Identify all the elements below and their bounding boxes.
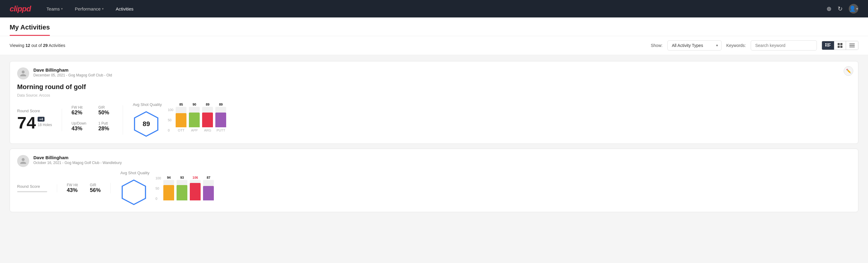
nav-item-performance[interactable]: Performance ▾ (74, 0, 105, 18)
shot-quality-chart: 100 50 0 85 OTT (168, 108, 226, 132)
navbar: clippd Teams ▾ Performance ▾ Activities … (0, 0, 868, 18)
avatar-1 (17, 67, 29, 80)
view-toggles (822, 41, 858, 50)
activity-card-2: Dave Billingham October 16, 2021 - Gog M… (10, 149, 858, 212)
svg-rect-3 (825, 45, 827, 46)
keywords-label: Keywords: (726, 43, 746, 48)
svg-marker-14 (122, 180, 146, 205)
round-score-section: Round Score 74 +4 18 Holes (17, 109, 62, 131)
svg-rect-10 (849, 43, 855, 44)
account-icon: 👤 (849, 5, 856, 12)
view-list-detail-button[interactable] (822, 41, 834, 50)
view-list-simple-button[interactable] (846, 41, 858, 50)
filter-bar: Viewing 12 out of 29 Activities Show: Al… (0, 36, 868, 55)
chevron-down-icon: ▾ (61, 7, 63, 11)
activity-type-select[interactable]: All Activity Types (668, 40, 721, 51)
card-header-2: Dave Billingham October 16, 2021 - Gog M… (17, 155, 851, 167)
bar-ott: 85 OTT (176, 103, 186, 132)
card-date-2: October 16, 2021 - Gog Magog Golf Club -… (33, 161, 122, 165)
stat-gir: GIR 50% (98, 105, 113, 116)
nav-item-activities[interactable]: Activities (115, 0, 135, 18)
refresh-icon[interactable]: ↻ (838, 5, 843, 12)
account-avatar[interactable]: 👤 ▾ (849, 4, 858, 13)
show-label: Show: (651, 43, 662, 48)
quality-score: 89 (143, 120, 150, 128)
search-input[interactable] (751, 40, 817, 51)
view-grid-button[interactable] (834, 41, 846, 50)
score-badge: +4 (38, 117, 44, 122)
score-value: 74 (17, 114, 36, 131)
svg-rect-8 (838, 46, 840, 48)
nav-item-teams[interactable]: Teams ▾ (45, 0, 64, 18)
quality-hexagon-2 (120, 179, 147, 206)
bar-putt-2: 87 (203, 176, 214, 200)
activity-type-select-wrapper: All Activity Types ▾ (668, 40, 721, 51)
avatar-2 (17, 155, 29, 167)
quality-hexagon: 89 (133, 111, 160, 138)
svg-rect-4 (827, 45, 831, 46)
bar-ott-2: 94 (163, 176, 174, 200)
card-date-1: December 05, 2021 - Gog Magog Golf Club … (33, 73, 112, 77)
svg-rect-12 (849, 47, 855, 47)
score-holes: 18 Holes (38, 123, 52, 127)
stat-1putt: 1 Putt 28% (98, 121, 113, 135)
stat-fw-hit-2: FW Hit 43% (67, 183, 78, 194)
stats-section-2: FW Hit 43% GIR 56% (57, 183, 111, 194)
logo[interactable]: clippd (10, 4, 31, 13)
bar-app-2: 93 (177, 176, 187, 200)
svg-rect-1 (827, 43, 831, 44)
shot-quality-chart-2: 100 50 0 94 93 (155, 176, 214, 200)
quality-section-1: Avg Shot Quality 89 100 (123, 102, 851, 138)
svg-rect-7 (840, 43, 842, 45)
stat-gir-2: GIR 56% (90, 183, 101, 194)
navbar-right: ⊕ ↻ 👤 ▾ (827, 4, 858, 13)
card-name-1: Dave Billingham (33, 67, 112, 72)
bar-arg: 89 ARG (202, 103, 213, 132)
card-name-2: Dave Billingham (33, 155, 122, 160)
chevron-down-icon: ▾ (102, 7, 104, 11)
account-chevron: ▾ (856, 7, 858, 11)
svg-rect-11 (849, 45, 855, 46)
edit-button-1[interactable]: ✏️ (844, 66, 853, 76)
card-body-1: Round Score 74 +4 18 Holes FW Hit 62% (17, 102, 851, 138)
sub-header: My Activities (0, 18, 868, 36)
title-underline (10, 35, 50, 36)
svg-rect-5 (827, 46, 830, 47)
round-score-section-2: Round Score (17, 184, 57, 192)
stat-updown: Up/Down 43% (71, 121, 86, 132)
viewing-count-text: Viewing 12 out of 29 Activities (10, 43, 646, 48)
card-body-2: Round Score FW Hit 43% GIR 56% (17, 171, 851, 206)
quality-section-2: Avg Shot Quality 100 50 0 (111, 171, 851, 206)
stats-section-1: FW Hit 62% GIR 50% Up/Down 43% 1 Putt 28… (62, 105, 123, 135)
bar-app: 90 APP (189, 103, 200, 132)
bar-arg-2: 106 (190, 176, 200, 200)
svg-rect-9 (840, 46, 842, 48)
main-content: ✏️ Dave Billingham December 05, 2021 - G… (0, 55, 868, 223)
svg-rect-2 (827, 44, 830, 45)
card-source-1: Data Source: Arccos (17, 93, 851, 97)
svg-rect-0 (825, 43, 827, 45)
svg-rect-6 (838, 43, 840, 45)
add-circle-icon[interactable]: ⊕ (827, 5, 832, 12)
page-title: My Activities (10, 24, 50, 35)
activity-card-1: ✏️ Dave Billingham December 05, 2021 - G… (10, 61, 858, 144)
bar-putt: 89 PUTT (215, 103, 226, 132)
card-title-1: Morning round of golf (17, 83, 851, 91)
stat-fw-hit: FW Hit 62% (71, 105, 86, 116)
card-header-1: Dave Billingham December 05, 2021 - Gog … (17, 67, 851, 80)
